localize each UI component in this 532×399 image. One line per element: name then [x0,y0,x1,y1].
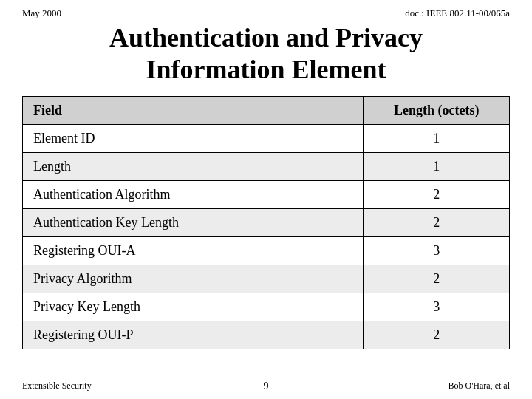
footer-bar: Extensible Security 9 Bob O'Hara, et al [22,381,510,392]
table-row: Length1 [23,153,510,181]
cell-length: 2 [364,209,510,237]
cell-length: 1 [364,125,510,153]
main-title: Authentication and Privacy Information E… [22,22,510,86]
footer-left: Extensible Security [22,381,92,392]
footer-center: 9 [264,381,269,392]
cell-length: 2 [364,321,510,349]
cell-field: Authentication Algorithm [23,181,364,209]
table-row: Privacy Algorithm2 [23,265,510,293]
header-bar: May 2000 doc.: IEEE 802.11-00/065a [22,7,510,19]
cell-field: Element ID [23,125,364,153]
table-row: Registering OUI-P2 [23,321,510,349]
title-section: Authentication and Privacy Information E… [22,22,510,86]
cell-length: 3 [364,237,510,265]
table-row: Privacy Key Length3 [23,293,510,321]
title-line1: Authentication and Privacy [109,23,423,52]
cell-field: Privacy Key Length [23,293,364,321]
page-container: May 2000 doc.: IEEE 802.11-00/065a Authe… [0,0,532,399]
cell-field: Authentication Key Length [23,209,364,237]
table-header-row: Field Length (octets) [23,97,510,125]
cell-length: 2 [364,181,510,209]
cell-length: 3 [364,293,510,321]
cell-length: 2 [364,265,510,293]
cell-field: Privacy Algorithm [23,265,364,293]
cell-field: Registering OUI-A [23,237,364,265]
col-length: Length (octets) [364,97,510,125]
col-field: Field [23,97,364,125]
footer-right: Bob O'Hara, et al [449,381,510,392]
table-wrapper: Field Length (octets) Element ID1Length1… [22,96,510,349]
cell-field: Registering OUI-P [23,321,364,349]
header-right: doc.: IEEE 802.11-00/065a [405,7,510,19]
cell-field: Length [23,153,364,181]
title-line2: Information Element [146,55,386,84]
table-row: Authentication Algorithm2 [23,181,510,209]
main-table: Field Length (octets) Element ID1Length1… [22,96,510,349]
table-row: Element ID1 [23,125,510,153]
table-row: Authentication Key Length2 [23,209,510,237]
cell-length: 1 [364,153,510,181]
table-row: Registering OUI-A3 [23,237,510,265]
header-left: May 2000 [22,7,61,19]
